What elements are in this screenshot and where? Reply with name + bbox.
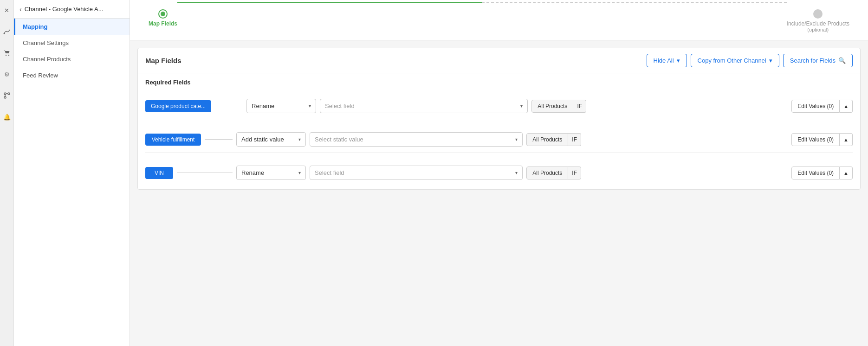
step-include-circle	[813, 9, 823, 19]
edit-group-2: Edit Values (0) ▲	[791, 133, 853, 146]
required-fields-label: Required Fields	[138, 73, 860, 90]
chevron-down-icon-3: ▾	[309, 103, 311, 109]
step-map-fields-label: Map Fields	[149, 20, 177, 27]
edit-values-button-1[interactable]: Edit Values (0)	[791, 100, 840, 113]
svg-point-2	[8, 55, 9, 56]
chevron-down-icon: ▾	[677, 57, 680, 64]
gear-icon[interactable]: ⚙	[0, 68, 13, 81]
header-buttons: Hide All ▾ Copy from Other Channel ▾ Sea…	[647, 54, 853, 67]
chevron-down-icon-7: ▾	[298, 170, 301, 175]
steps-bar: Map Fields Include/Exclude Products (opt…	[130, 0, 868, 40]
step-connector	[177, 2, 787, 3]
field-tag-google-product[interactable]: Google product cate...	[145, 100, 211, 112]
table-row: Google product cate... Rename ▾ Select f…	[145, 93, 853, 119]
close-icon[interactable]: ✕	[0, 4, 13, 17]
svg-point-1	[5, 55, 6, 56]
edit-values-button-3[interactable]: Edit Values (0)	[791, 167, 840, 179]
sidebar-item-mapping[interactable]: Mapping	[14, 19, 130, 35]
expand-button-3[interactable]: ▲	[840, 167, 853, 179]
table-row: VIN Rename ▾ Select field ▾	[145, 160, 853, 186]
step-map-fields: Map Fields	[149, 9, 177, 27]
field-row-inner-3: VIN Rename ▾ Select field ▾	[145, 166, 853, 180]
edit-values-button-2[interactable]: Edit Values (0)	[791, 133, 840, 146]
step-include-label: Include/Exclude Products	[787, 20, 849, 27]
field-connector-3	[177, 173, 233, 173]
svg-point-3	[4, 93, 6, 95]
type-select-3[interactable]: Rename ▾	[236, 166, 306, 180]
sidebar-header: ‹ Channel - Google Vehicle A...	[14, 0, 130, 19]
svg-point-5	[4, 96, 6, 98]
copy-from-other-channel-button[interactable]: Copy from Other Channel ▾	[691, 54, 779, 67]
search-for-fields-button[interactable]: Search for Fields 🔍	[783, 54, 853, 67]
field-row-inner-2: Vehicle fulfillment Add static value ▾ S…	[145, 132, 853, 147]
step-include-sublabel: (optional)	[807, 27, 829, 32]
map-fields-title: Map Fields	[145, 57, 181, 64]
all-products-button-1[interactable]: All Products	[531, 100, 573, 113]
if-button-1[interactable]: IF	[573, 100, 586, 113]
content-area: Map Fields Hide All ▾ Copy from Other Ch…	[130, 40, 868, 346]
chevron-down-icon-6: ▾	[515, 137, 518, 142]
scope-group-3: All Products IF	[526, 167, 581, 179]
chevron-down-icon-8: ▾	[515, 170, 518, 175]
type-select-1[interactable]: Rename ▾	[246, 99, 316, 113]
sidebar-item-mapping-label: Mapping	[23, 23, 47, 30]
table-row: Vehicle fulfillment Add static value ▾ S…	[145, 127, 853, 153]
chevron-down-icon-2: ▾	[769, 57, 772, 64]
hide-all-button[interactable]: Hide All ▾	[647, 54, 687, 67]
field-row-inner-1: Google product cate... Rename ▾ Select f…	[145, 99, 853, 113]
step-line-solid	[177, 2, 482, 3]
fields-body: Google product cate... Rename ▾ Select f…	[138, 90, 860, 189]
sidebar-item-channel-settings-label: Channel Settings	[23, 39, 69, 46]
left-icon-strip: ✕ ⚙ 🔔	[0, 0, 14, 346]
edit-group-3: Edit Values (0) ▲	[791, 167, 853, 179]
bell-icon[interactable]: 🔔	[0, 110, 13, 123]
svg-point-0	[3, 33, 5, 34]
value-select-2[interactable]: Select static value ▾	[310, 132, 523, 147]
if-button-2[interactable]: IF	[568, 133, 581, 146]
sidebar-item-feed-review[interactable]: Feed Review	[14, 67, 130, 83]
type-select-2[interactable]: Add static value ▾	[236, 132, 306, 147]
sidebar: ‹ Channel - Google Vehicle A... Mapping …	[14, 0, 130, 346]
branch-icon[interactable]	[0, 89, 13, 102]
field-connector-1	[215, 106, 243, 106]
main-area: Map Fields Include/Exclude Products (opt…	[130, 0, 868, 346]
chart-icon[interactable]	[0, 25, 13, 38]
sidebar-nav: Mapping Channel Settings Channel Product…	[14, 19, 130, 83]
step-include-exclude: Include/Exclude Products (optional)	[787, 9, 849, 32]
expand-button-1[interactable]: ▲	[840, 100, 853, 113]
sidebar-item-channel-products[interactable]: Channel Products	[14, 51, 130, 67]
field-tag-vehicle[interactable]: Vehicle fulfillment	[145, 134, 201, 146]
edit-group-1: Edit Values (0) ▲	[791, 100, 853, 113]
value-select-3[interactable]: Select field ▾	[310, 166, 523, 180]
all-products-button-2[interactable]: All Products	[526, 133, 568, 146]
if-button-3[interactable]: IF	[568, 167, 581, 179]
map-fields-container: Map Fields Hide All ▾ Copy from Other Ch…	[137, 48, 861, 190]
cart-icon[interactable]	[0, 46, 13, 59]
scope-group-2: All Products IF	[526, 133, 581, 146]
sidebar-title: Channel - Google Vehicle A...	[25, 6, 104, 13]
sidebar-item-channel-products-label: Channel Products	[23, 56, 71, 63]
sidebar-item-channel-settings[interactable]: Channel Settings	[14, 35, 130, 51]
sidebar-back-icon[interactable]: ‹	[19, 6, 22, 13]
sidebar-item-feed-review-label: Feed Review	[23, 72, 58, 79]
search-icon: 🔍	[838, 57, 846, 64]
svg-point-4	[8, 93, 10, 95]
field-connector-2	[205, 139, 233, 140]
expand-button-2[interactable]: ▲	[840, 133, 853, 146]
scope-group-1: All Products IF	[531, 100, 586, 113]
field-tag-vin[interactable]: VIN	[145, 167, 173, 179]
map-fields-header: Map Fields Hide All ▾ Copy from Other Ch…	[138, 48, 860, 73]
all-products-button-3[interactable]: All Products	[526, 167, 568, 179]
step-map-fields-dot	[161, 12, 165, 16]
value-select-1[interactable]: Select field ▾	[320, 99, 528, 113]
step-map-fields-circle	[158, 9, 168, 19]
step-line-dashed	[482, 2, 786, 3]
chevron-down-icon-5: ▾	[298, 137, 301, 142]
chevron-down-icon-4: ▾	[520, 103, 523, 109]
